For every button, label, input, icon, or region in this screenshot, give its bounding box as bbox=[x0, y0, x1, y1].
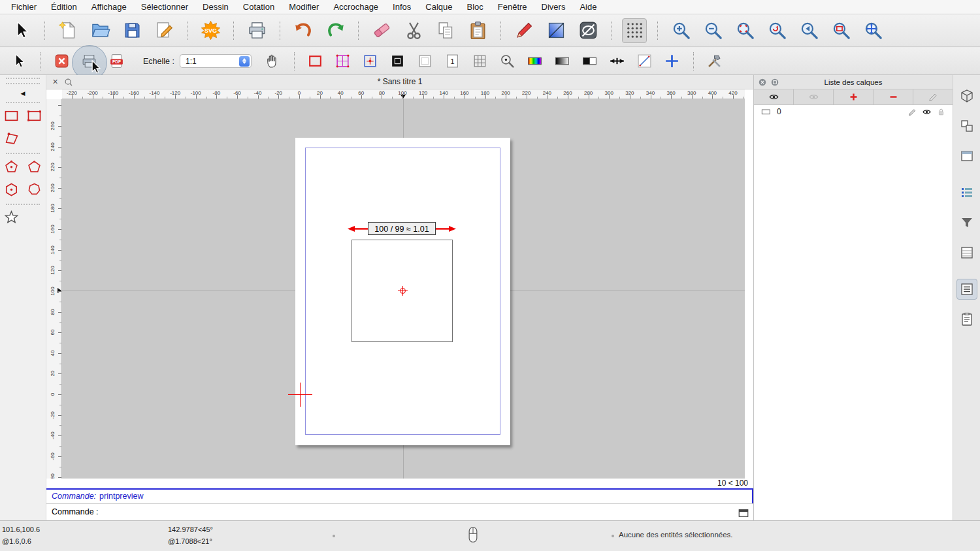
menu-calque[interactable]: Calque bbox=[418, 0, 459, 14]
tools-options-button[interactable] bbox=[705, 52, 725, 71]
close-print-preview-button[interactable] bbox=[52, 52, 71, 71]
background-button[interactable] bbox=[544, 18, 568, 43]
dock-block-notes[interactable] bbox=[956, 309, 977, 330]
page-grid-button[interactable] bbox=[470, 52, 490, 71]
ruler-label: 260 bbox=[558, 90, 578, 96]
line-width-button[interactable] bbox=[608, 52, 627, 71]
drawing-canvas[interactable]: 100 / 99 ≈ 1.01 bbox=[62, 99, 745, 479]
menu-selectionner[interactable]: Sélectionner bbox=[134, 0, 195, 14]
cut-button[interactable] bbox=[401, 18, 426, 43]
ruler-tick bbox=[743, 97, 744, 99]
zoom-redraw-button[interactable] bbox=[764, 18, 789, 43]
line-preview-button[interactable] bbox=[635, 52, 655, 71]
command-input[interactable] bbox=[99, 504, 689, 520]
header-zoom-icon[interactable] bbox=[64, 78, 73, 87]
zoom-point-button[interactable] bbox=[498, 52, 517, 71]
menu-cotation[interactable]: Cotation bbox=[236, 0, 282, 14]
add-layer-button[interactable] bbox=[834, 89, 874, 104]
rectangle-tool[interactable] bbox=[0, 104, 23, 127]
menu-edition[interactable]: Édition bbox=[44, 0, 84, 14]
menu-infos[interactable]: Infos bbox=[385, 0, 418, 14]
palette-drag-handle[interactable] bbox=[6, 78, 40, 80]
new-drawing-button[interactable] bbox=[56, 18, 80, 43]
menu-accrochage[interactable]: Accrochage bbox=[326, 0, 385, 14]
select-tool-2[interactable] bbox=[9, 52, 29, 71]
hide-all-layers-button[interactable] bbox=[794, 89, 834, 104]
dock-snap-filter[interactable] bbox=[956, 212, 977, 233]
layer-edit-icon[interactable] bbox=[907, 107, 917, 117]
dark-paper-toggle[interactable] bbox=[388, 52, 408, 71]
redo-button[interactable] bbox=[323, 18, 348, 43]
zoom-out-button[interactable] bbox=[700, 18, 725, 43]
menu-modifier[interactable]: Modifier bbox=[282, 0, 326, 14]
export-pdf-button[interactable]: PDF bbox=[106, 52, 126, 71]
star-tool[interactable] bbox=[0, 206, 23, 229]
layer-visible-icon[interactable] bbox=[922, 107, 932, 117]
polygon-2-vertices-tool[interactable] bbox=[23, 155, 46, 178]
show-all-layers-button[interactable] bbox=[754, 89, 794, 104]
layer-lock-icon[interactable] bbox=[936, 107, 946, 117]
dock-command-history[interactable] bbox=[956, 182, 977, 203]
quadrilateral-tool[interactable] bbox=[0, 127, 23, 150]
dock-layer-list[interactable] bbox=[956, 279, 977, 300]
attributes-button[interactable] bbox=[512, 18, 536, 43]
polygon-center-point-tool[interactable] bbox=[0, 155, 23, 178]
zoom-window-button[interactable] bbox=[828, 18, 853, 43]
export-svg-button[interactable]: SVG bbox=[198, 18, 223, 43]
dock-3d-views[interactable] bbox=[956, 86, 977, 106]
polygon-side-tool[interactable] bbox=[23, 178, 46, 201]
panel-close-icon[interactable] bbox=[758, 78, 767, 87]
menu-bloc[interactable]: Bloc bbox=[459, 0, 490, 14]
print-button[interactable] bbox=[79, 52, 99, 71]
zoom-in-button[interactable] bbox=[668, 18, 693, 43]
scale-select[interactable]: 1:1 bbox=[180, 54, 252, 68]
select-tool[interactable] bbox=[9, 18, 34, 43]
command-window-icon[interactable] bbox=[738, 507, 749, 517]
coordinate-absolute: 101.6,100.6 bbox=[2, 526, 40, 533]
save-drawing-button[interactable] bbox=[120, 18, 144, 43]
paste-button[interactable] bbox=[465, 18, 490, 43]
dock-block-list[interactable] bbox=[956, 116, 977, 136]
menu-fichier[interactable]: Fichier bbox=[4, 0, 44, 14]
rectangle-3point-tool[interactable] bbox=[23, 104, 46, 127]
zoom-previous-button[interactable] bbox=[796, 18, 821, 43]
menu-aide[interactable]: Aide bbox=[572, 0, 604, 14]
panel-float-icon[interactable] bbox=[770, 78, 779, 87]
color-mode-button[interactable] bbox=[525, 52, 545, 71]
polygon-center-tangent-tool[interactable] bbox=[0, 178, 23, 201]
menu-divers[interactable]: Divers bbox=[534, 0, 573, 14]
multiple-pages-button[interactable] bbox=[333, 52, 353, 71]
edit-layer-button[interactable] bbox=[913, 89, 953, 104]
layer-row[interactable]: 0 bbox=[754, 105, 953, 118]
palette-collapse-button[interactable]: ◀ bbox=[0, 87, 46, 99]
undo-button[interactable] bbox=[291, 18, 316, 43]
ruler-tick bbox=[598, 97, 599, 99]
blackwhite-mode-button[interactable] bbox=[580, 52, 600, 71]
zoom-pan-button[interactable] bbox=[860, 18, 885, 43]
single-page-button[interactable]: 1 bbox=[443, 52, 463, 71]
pan-tool[interactable] bbox=[263, 52, 283, 71]
remove-layer-button[interactable] bbox=[874, 89, 913, 104]
menu-affichage[interactable]: Affichage bbox=[84, 0, 134, 14]
crosshair-toggle[interactable] bbox=[662, 52, 682, 71]
print-preview-toggle[interactable] bbox=[244, 18, 269, 43]
grayscale-mode-button[interactable] bbox=[553, 52, 572, 71]
menu-dessin[interactable]: Dessin bbox=[195, 0, 236, 14]
open-drawing-button[interactable] bbox=[88, 18, 112, 43]
white-paper-toggle[interactable] bbox=[416, 52, 435, 71]
center-to-page-button[interactable] bbox=[361, 52, 380, 71]
delete-button[interactable] bbox=[369, 18, 394, 43]
draft-mode-toggle[interactable] bbox=[576, 18, 600, 43]
zoom-auto-button[interactable] bbox=[732, 18, 757, 43]
grid-toggle[interactable] bbox=[622, 18, 647, 43]
menu-fenetre[interactable]: Fenêtre bbox=[491, 0, 534, 14]
fit-to-paper-button[interactable] bbox=[306, 52, 325, 71]
copy-button[interactable] bbox=[433, 18, 458, 43]
ruler-tick bbox=[330, 97, 331, 99]
dock-properties[interactable] bbox=[956, 242, 977, 263]
stepper-icon[interactable] bbox=[239, 56, 250, 67]
edit-drawing-button[interactable] bbox=[152, 18, 176, 43]
palette-drag-handle[interactable] bbox=[6, 83, 40, 86]
close-document-icon[interactable]: × bbox=[50, 77, 60, 87]
dock-library-browser[interactable] bbox=[956, 146, 977, 166]
